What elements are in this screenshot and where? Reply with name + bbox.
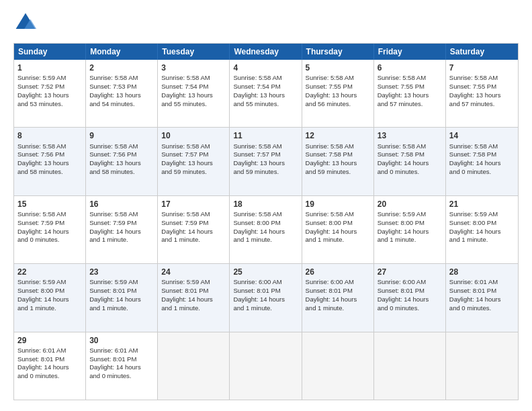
day-number: 16 <box>89 199 154 210</box>
day-cell-20: 20Sunrise: 5:59 AMSunset: 8:00 PMDayligh… <box>374 196 446 263</box>
day-number: 20 <box>378 199 442 210</box>
day-cell-25: 25Sunrise: 6:00 AMSunset: 8:01 PMDayligh… <box>230 264 302 331</box>
day-info-line: Daylight: 13 hours <box>89 91 154 100</box>
day-info-line: Sunset: 8:01 PM <box>306 287 370 295</box>
day-info-line: Daylight: 13 hours <box>161 159 226 168</box>
day-info-line: Sunrise: 6:01 AM <box>17 347 82 355</box>
day-info-line: Daylight: 14 hours <box>17 228 82 236</box>
header <box>13 11 519 35</box>
day-info-line: Sunset: 8:01 PM <box>233 287 298 295</box>
day-info-line: Sunrise: 5:59 AM <box>17 74 82 83</box>
day-cell-16: 16Sunrise: 5:58 AMSunset: 7:59 PMDayligh… <box>86 196 158 263</box>
day-info-line: Daylight: 14 hours <box>306 228 370 236</box>
day-info-line: and 1 minute. <box>161 236 226 244</box>
calendar-row-4: 22Sunrise: 5:59 AMSunset: 8:00 PMDayligh… <box>14 263 518 331</box>
day-info-line: and 59 minutes. <box>161 168 226 177</box>
day-info-line: Sunset: 8:01 PM <box>449 287 515 295</box>
day-info-line: and 1 minute. <box>306 304 370 313</box>
day-number: 7 <box>449 62 515 73</box>
logo-icon <box>13 11 38 35</box>
day-info-line: Daylight: 14 hours <box>233 295 298 304</box>
day-info-line: Sunrise: 5:59 AM <box>89 278 154 287</box>
day-info-line: Daylight: 14 hours <box>161 228 226 236</box>
day-info-line: Sunset: 8:01 PM <box>378 287 442 295</box>
day-info-line: and 59 minutes. <box>306 168 370 177</box>
day-cell-27: 27Sunrise: 6:00 AMSunset: 8:01 PMDayligh… <box>374 264 446 331</box>
day-number: 6 <box>378 62 442 73</box>
day-info-line: Sunrise: 5:58 AM <box>233 74 298 83</box>
day-info-line: Daylight: 14 hours <box>306 295 370 304</box>
day-info-line: and 57 minutes. <box>378 100 442 109</box>
calendar: SundayMondayTuesdayWednesdayThursdayFrid… <box>13 43 519 400</box>
day-info-line: Sunset: 7:56 PM <box>89 150 154 159</box>
day-info-line: Sunrise: 5:58 AM <box>89 142 154 151</box>
day-info-line: Sunset: 7:54 PM <box>161 83 226 91</box>
day-info-line: Sunset: 7:59 PM <box>89 219 154 228</box>
day-cell-7: 7Sunrise: 5:58 AMSunset: 7:55 PMDaylight… <box>446 60 518 127</box>
calendar-row-1: 1Sunrise: 5:59 AMSunset: 7:52 PMDaylight… <box>14 60 518 127</box>
day-cell-5: 5Sunrise: 5:58 AMSunset: 7:55 PMDaylight… <box>302 60 374 127</box>
day-cell-10: 10Sunrise: 5:58 AMSunset: 7:57 PMDayligh… <box>158 128 230 195</box>
day-number: 14 <box>449 130 515 141</box>
day-info-line: Sunrise: 5:58 AM <box>378 142 442 151</box>
day-number: 30 <box>89 335 154 346</box>
day-cell-9: 9Sunrise: 5:58 AMSunset: 7:56 PMDaylight… <box>86 128 158 195</box>
page: SundayMondayTuesdayWednesdayThursdayFrid… <box>0 0 532 411</box>
day-info-line: and 58 minutes. <box>89 168 154 177</box>
day-cell-1: 1Sunrise: 5:59 AMSunset: 7:52 PMDaylight… <box>14 60 86 127</box>
day-cell-28: 28Sunrise: 6:01 AMSunset: 8:01 PMDayligh… <box>446 264 518 331</box>
day-info-line: Sunset: 8:00 PM <box>449 219 515 228</box>
day-number: 11 <box>233 130 298 141</box>
weekday-header-sunday: Sunday <box>14 44 86 60</box>
day-info-line: and 0 minutes. <box>89 372 154 381</box>
day-info-line: Sunset: 8:00 PM <box>17 287 82 295</box>
day-info-line: Sunrise: 5:59 AM <box>449 210 515 219</box>
day-info-line: Daylight: 14 hours <box>378 159 442 168</box>
day-info-line: Sunset: 8:01 PM <box>161 287 226 295</box>
day-info-line: Sunset: 7:59 PM <box>17 219 82 228</box>
day-info-line: Sunrise: 5:58 AM <box>161 142 226 151</box>
calendar-row-5: 29Sunrise: 6:01 AMSunset: 8:01 PMDayligh… <box>14 332 518 400</box>
day-number: 5 <box>306 62 370 73</box>
day-number: 10 <box>161 130 226 141</box>
day-cell-18: 18Sunrise: 5:58 AMSunset: 8:00 PMDayligh… <box>230 196 302 263</box>
day-info-line: Sunrise: 5:58 AM <box>89 74 154 83</box>
day-cell-13: 13Sunrise: 5:58 AMSunset: 7:58 PMDayligh… <box>374 128 446 195</box>
day-info-line: and 56 minutes. <box>306 100 370 109</box>
calendar-header: SundayMondayTuesdayWednesdayThursdayFrid… <box>14 44 518 60</box>
day-info-line: Sunrise: 5:58 AM <box>306 210 370 219</box>
day-info-line: Daylight: 14 hours <box>17 363 82 372</box>
day-cell-6: 6Sunrise: 5:58 AMSunset: 7:55 PMDaylight… <box>374 60 446 127</box>
day-number: 3 <box>161 62 226 73</box>
day-info-line: Sunset: 8:00 PM <box>306 219 370 228</box>
weekday-header-thursday: Thursday <box>302 44 374 60</box>
day-number: 1 <box>17 62 82 73</box>
day-number: 13 <box>378 130 442 141</box>
day-cell-3: 3Sunrise: 5:58 AMSunset: 7:54 PMDaylight… <box>158 60 230 127</box>
day-info-line: Sunset: 8:01 PM <box>89 287 154 295</box>
day-info-line: Sunset: 7:55 PM <box>378 83 442 91</box>
day-cell-14: 14Sunrise: 5:58 AMSunset: 7:58 PMDayligh… <box>446 128 518 195</box>
day-info-line: Sunset: 8:01 PM <box>89 355 154 364</box>
day-number: 19 <box>306 199 370 210</box>
day-cell-12: 12Sunrise: 5:58 AMSunset: 7:58 PMDayligh… <box>302 128 374 195</box>
day-info-line: Sunrise: 5:59 AM <box>378 210 442 219</box>
day-cell-26: 26Sunrise: 6:00 AMSunset: 8:01 PMDayligh… <box>302 264 374 331</box>
day-info-line: and 0 minutes. <box>17 236 82 244</box>
day-info-line: and 53 minutes. <box>17 100 82 109</box>
day-number: 22 <box>17 267 82 277</box>
day-info-line: Daylight: 13 hours <box>306 91 370 100</box>
day-info-line: and 0 minutes. <box>378 304 442 313</box>
day-cell-17: 17Sunrise: 5:58 AMSunset: 7:59 PMDayligh… <box>158 196 230 263</box>
calendar-body: 1Sunrise: 5:59 AMSunset: 7:52 PMDaylight… <box>14 60 518 400</box>
day-info-line: Sunset: 7:59 PM <box>161 219 226 228</box>
day-info-line: and 1 minute. <box>161 304 226 313</box>
day-info-line: Daylight: 14 hours <box>89 295 154 304</box>
day-info-line: and 0 minutes. <box>449 304 515 313</box>
day-info-line: and 0 minutes. <box>449 168 515 177</box>
empty-cell <box>302 332 374 400</box>
day-number: 23 <box>89 267 154 277</box>
day-info-line: Sunrise: 6:01 AM <box>89 347 154 355</box>
day-info-line: Sunrise: 5:58 AM <box>17 210 82 219</box>
day-info-line: Daylight: 14 hours <box>233 228 298 236</box>
